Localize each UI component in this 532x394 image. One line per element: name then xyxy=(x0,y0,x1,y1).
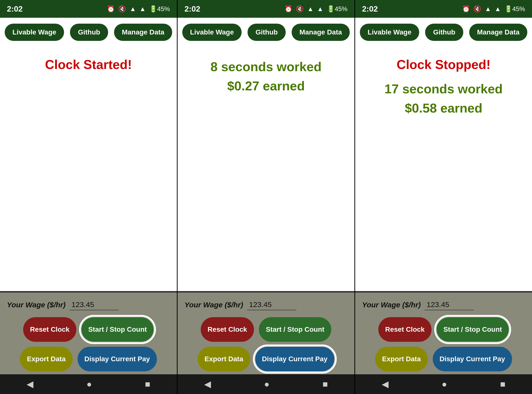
display-current-pay-button[interactable]: Display Current Pay xyxy=(255,347,334,371)
reset-clock-button[interactable]: Reset Clock xyxy=(378,317,432,342)
bottom-nav-bar: ◀●■ xyxy=(355,374,532,394)
start-stop-count-button[interactable]: Start / Stop Count xyxy=(259,317,331,342)
wifi-icon: ▲ xyxy=(485,5,491,13)
bottom-controls: Your Wage ($/hr)Reset ClockStart / Stop … xyxy=(178,293,354,374)
status-time: 2:02 xyxy=(362,4,378,14)
export-data-button[interactable]: Export Data xyxy=(375,347,428,371)
clock-status-message: Clock Stopped! xyxy=(397,57,490,72)
nav-btn-manage-data[interactable]: Manage Data xyxy=(114,24,172,41)
battery-icon: 🔋45% xyxy=(327,5,348,13)
wage-input[interactable] xyxy=(69,299,119,310)
nav-btn-github[interactable]: Github xyxy=(248,24,285,41)
nav-bar: Livable WageGithubManage Data xyxy=(178,18,354,45)
nav-btn-manage-data[interactable]: Manage Data xyxy=(292,24,350,41)
wage-label: Your Wage ($/hr) xyxy=(184,301,243,309)
recents-button[interactable]: ■ xyxy=(315,377,336,391)
wage-row: Your Wage ($/hr) xyxy=(362,298,525,312)
wage-label: Your Wage ($/hr) xyxy=(7,301,66,309)
seconds-worked: 17 seconds worked xyxy=(384,79,503,98)
status-icons: ⏰ 🔇 ▲ ▲ 🔋45% xyxy=(284,5,348,13)
wifi-icon: ▲ xyxy=(130,5,136,13)
bottom-nav-bar: ◀●■ xyxy=(178,374,354,394)
nav-btn-livable-wage[interactable]: Livable Wage xyxy=(5,24,64,41)
alarm-icon: ⏰ xyxy=(462,5,470,13)
nav-btn-github[interactable]: Github xyxy=(70,24,108,41)
signal-icon: ▲ xyxy=(139,5,146,13)
wage-input[interactable] xyxy=(247,299,296,310)
status-icons: ⏰ 🔇 ▲ ▲ 🔋45% xyxy=(462,5,525,13)
status-icons: ⏰ 🔇 ▲ ▲ 🔋45% xyxy=(107,5,170,13)
bottom-controls: Your Wage ($/hr)Reset ClockStart / Stop … xyxy=(0,293,177,374)
signal-icon: ▲ xyxy=(495,5,501,13)
battery-icon: 🔋45% xyxy=(149,5,170,13)
home-button[interactable]: ● xyxy=(434,377,455,391)
amount-earned: $0.27 earned xyxy=(227,76,305,96)
phone-3: 2:02 ⏰ 🔇 ▲ ▲ 🔋45% Livable WageGithubMana… xyxy=(355,0,532,394)
nav-bar: Livable WageGithubManage Data xyxy=(355,18,532,45)
main-content: Clock Started! xyxy=(0,45,177,291)
start-stop-count-button[interactable]: Start / Stop Count xyxy=(81,317,154,342)
btn-row-2: Export DataDisplay Current Pay xyxy=(7,347,170,371)
main-content: 8 seconds worked$0.27 earned xyxy=(178,45,354,291)
display-current-pay-button[interactable]: Display Current Pay xyxy=(78,347,157,371)
battery-icon: 🔋45% xyxy=(504,5,525,13)
reset-clock-button[interactable]: Reset Clock xyxy=(201,317,254,342)
phones-container: 2:02 ⏰ 🔇 ▲ ▲ 🔋45% Livable WageGithubMana… xyxy=(0,0,532,394)
display-current-pay-button[interactable]: Display Current Pay xyxy=(433,347,512,371)
btn-row-2: Export DataDisplay Current Pay xyxy=(184,347,348,371)
status-bar: 2:02 ⏰ 🔇 ▲ ▲ 🔋45% xyxy=(0,0,177,18)
status-bar: 2:02 ⏰ 🔇 ▲ ▲ 🔋45% xyxy=(355,0,532,18)
back-button[interactable]: ◀ xyxy=(19,377,41,391)
clock-status-message: Clock Started! xyxy=(45,57,132,72)
nav-btn-manage-data[interactable]: Manage Data xyxy=(469,24,528,41)
recents-button[interactable]: ■ xyxy=(137,377,158,391)
nav-btn-livable-wage[interactable]: Livable Wage xyxy=(182,24,242,41)
wage-input[interactable] xyxy=(425,299,474,310)
nav-bar: Livable WageGithubManage Data xyxy=(0,18,177,45)
back-button[interactable]: ◀ xyxy=(374,377,397,391)
signal-icon: ▲ xyxy=(317,5,323,13)
back-button[interactable]: ◀ xyxy=(196,377,219,391)
recents-button[interactable]: ■ xyxy=(492,377,514,391)
bottom-nav-bar: ◀●■ xyxy=(0,374,177,394)
btn-row-1: Reset ClockStart / Stop Count xyxy=(7,317,170,342)
main-content: Clock Stopped!17 seconds worked$0.58 ear… xyxy=(355,45,532,291)
start-stop-count-button[interactable]: Start / Stop Count xyxy=(436,317,509,342)
alarm-icon: ⏰ xyxy=(107,5,115,13)
phone-1: 2:02 ⏰ 🔇 ▲ ▲ 🔋45% Livable WageGithubMana… xyxy=(0,0,178,394)
volume-icon: 🔇 xyxy=(296,5,304,13)
btn-row-2: Export DataDisplay Current Pay xyxy=(362,347,525,371)
export-data-button[interactable]: Export Data xyxy=(20,347,72,371)
alarm-icon: ⏰ xyxy=(284,5,292,13)
export-data-button[interactable]: Export Data xyxy=(198,347,250,371)
amount-earned: $0.58 earned xyxy=(405,98,482,118)
seconds-worked: 8 seconds worked xyxy=(211,57,322,76)
bottom-controls: Your Wage ($/hr)Reset ClockStart / Stop … xyxy=(355,293,532,374)
home-button[interactable]: ● xyxy=(79,377,100,391)
wage-row: Your Wage ($/hr) xyxy=(7,298,170,312)
status-time: 2:02 xyxy=(7,4,23,14)
wifi-icon: ▲ xyxy=(307,5,314,13)
reset-clock-button[interactable]: Reset Clock xyxy=(23,317,76,342)
volume-icon: 🔇 xyxy=(473,5,481,13)
btn-row-1: Reset ClockStart / Stop Count xyxy=(362,317,525,342)
nav-btn-livable-wage[interactable]: Livable Wage xyxy=(360,24,419,41)
nav-btn-github[interactable]: Github xyxy=(425,24,463,41)
home-button[interactable]: ● xyxy=(256,377,277,391)
wage-label: Your Wage ($/hr) xyxy=(362,301,421,309)
status-bar: 2:02 ⏰ 🔇 ▲ ▲ 🔋45% xyxy=(178,0,354,18)
phone-2: 2:02 ⏰ 🔇 ▲ ▲ 🔋45% Livable WageGithubMana… xyxy=(178,0,355,394)
btn-row-1: Reset ClockStart / Stop Count xyxy=(184,317,348,342)
status-time: 2:02 xyxy=(184,4,200,14)
volume-icon: 🔇 xyxy=(118,5,126,13)
wage-row: Your Wage ($/hr) xyxy=(184,298,348,312)
